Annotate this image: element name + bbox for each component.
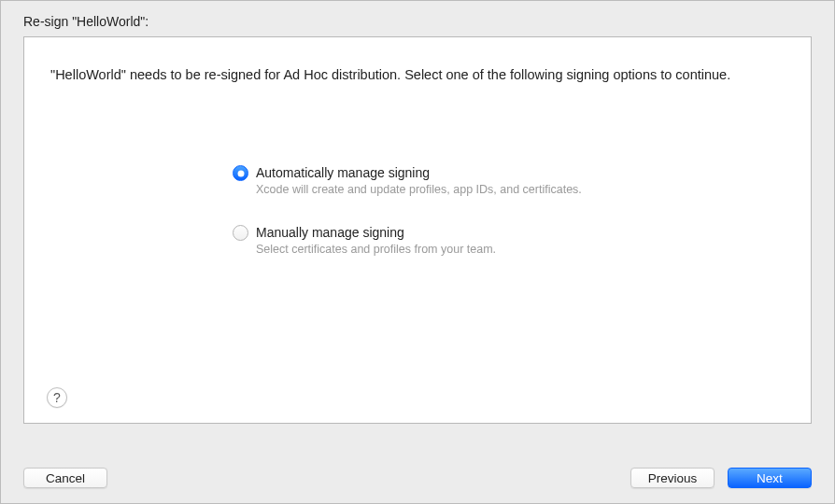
resign-dialog: Re-sign "HelloWorld": "HelloWorld" needs… xyxy=(0,0,835,504)
previous-button[interactable]: Previous xyxy=(630,468,715,488)
option-label: Automatically manage signing xyxy=(256,164,582,181)
radio-icon xyxy=(233,225,248,241)
option-label: Manually manage signing xyxy=(256,224,496,241)
option-automatic-signing[interactable]: Automatically manage signing Xcode will … xyxy=(233,164,785,196)
option-manual-signing[interactable]: Manually manage signing Select certifica… xyxy=(233,224,785,256)
dialog-title: Re-sign "HelloWorld": xyxy=(1,1,834,36)
button-row: Cancel Previous Next xyxy=(1,468,834,488)
help-button[interactable]: ? xyxy=(47,387,67,408)
cancel-button[interactable]: Cancel xyxy=(23,468,107,488)
help-icon: ? xyxy=(53,390,61,405)
radio-icon xyxy=(233,165,248,181)
option-text: Automatically manage signing Xcode will … xyxy=(256,164,582,196)
option-text: Manually manage signing Select certifica… xyxy=(256,224,496,256)
next-button[interactable]: Next xyxy=(728,468,812,488)
content-panel: "HelloWorld" needs to be re-signed for A… xyxy=(23,36,812,424)
option-sublabel: Xcode will create and update profiles, a… xyxy=(256,183,582,196)
right-buttons: Previous Next xyxy=(630,468,812,488)
option-sublabel: Select certificates and profiles from yo… xyxy=(256,243,496,256)
description-text: "HelloWorld" needs to be re-signed for A… xyxy=(50,65,785,85)
signing-options: Automatically manage signing Xcode will … xyxy=(233,164,785,256)
